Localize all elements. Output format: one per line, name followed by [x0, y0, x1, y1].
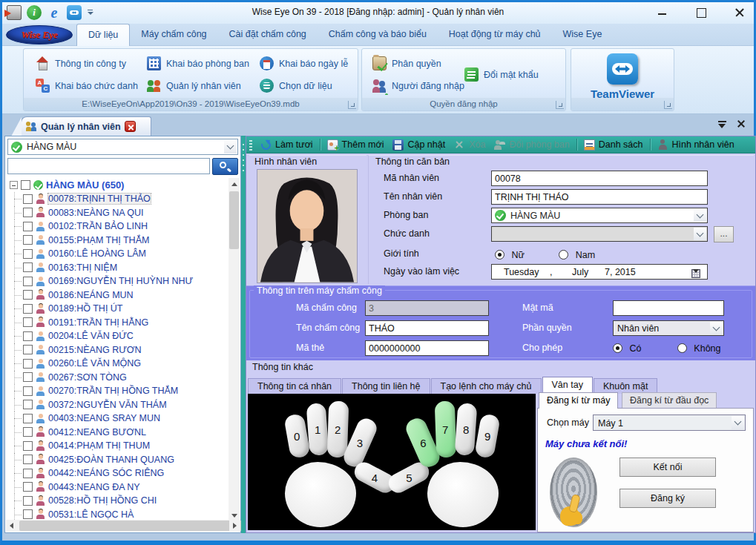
tree-item[interactable]: 00169:NGUYỄN THỊ HUỲNH NHƯ	[7, 274, 229, 288]
tab-face[interactable]: Khuôn mặt	[594, 378, 657, 394]
item-checkbox[interactable]	[23, 482, 33, 492]
item-checkbox[interactable]	[23, 496, 33, 506]
item-checkbox[interactable]	[23, 509, 33, 519]
chevron-down-icon[interactable]	[224, 140, 237, 153]
item-checkbox[interactable]	[23, 359, 33, 369]
finger-7[interactable]: 7	[435, 401, 457, 458]
add-new-button[interactable]: Thêm mới	[325, 138, 387, 152]
item-checkbox[interactable]	[23, 469, 33, 478]
department-combo[interactable]: HÀNG MÀU	[491, 208, 708, 223]
tab-close-icon[interactable]	[125, 121, 136, 132]
menu-tab-wise-eye[interactable]: Wise Eye	[552, 24, 614, 46]
dock-pin-icon[interactable]	[717, 121, 727, 130]
machine-combo[interactable]: Máy 1	[593, 414, 746, 431]
tab-server-command[interactable]: Tạo lệnh cho máy chủ	[431, 378, 542, 394]
tree-item[interactable]: 00083:NEÀNG NA QUI	[7, 206, 229, 220]
teamviewer-big-icon[interactable]	[607, 53, 638, 85]
tab-register-from-reader[interactable]: Đăng kí từ đầu đọc	[622, 392, 717, 409]
menu-tab-du-lieu[interactable]: Dữ liệu	[76, 24, 130, 46]
tree-horizontal-scrollbar[interactable]	[6, 520, 240, 532]
tree-item[interactable]: 00186:NEÁNG MUN	[7, 288, 229, 303]
change-password-button[interactable]: Đổi mật khẩu	[464, 67, 539, 82]
connect-button[interactable]: Kết nối	[619, 458, 716, 477]
item-checkbox[interactable]	[23, 290, 33, 300]
date-month[interactable]: July	[572, 267, 588, 277]
workspace-close-icon[interactable]	[736, 119, 746, 129]
job-title-button[interactable]: Khai báo chức danh	[36, 79, 138, 93]
tree-item[interactable]: 00442:NEÁNG SÓC RIÊNG	[7, 466, 229, 480]
item-checkbox[interactable]	[23, 194, 33, 204]
attendance-name-field[interactable]	[365, 320, 489, 336]
tab-quan-ly-nhan-vien[interactable]: Quản lý nhân viên	[21, 116, 151, 136]
tree-item[interactable]: 00403:NEANG SRAY MUN	[7, 412, 229, 426]
update-button[interactable]: Cập nhật	[390, 138, 447, 152]
date-weekday[interactable]: Tuesday	[504, 267, 539, 277]
scroll-right-button[interactable]	[229, 520, 240, 532]
chevron-down-icon[interactable]	[710, 322, 723, 334]
menu-tab-may-cham-cong[interactable]: Máy chấm công	[130, 24, 217, 46]
position-combo[interactable]	[491, 226, 708, 242]
item-checkbox[interactable]	[23, 249, 33, 259]
employee-photo-button[interactable]: Hình nhân viên	[655, 138, 737, 152]
item-checkbox[interactable]	[23, 304, 33, 314]
tab-personal-info[interactable]: Thông tin cá nhân	[248, 378, 341, 394]
gender-male-radio[interactable]	[559, 250, 568, 260]
chevron-down-icon[interactable]	[694, 228, 706, 240]
chevron-down-icon[interactable]	[732, 416, 744, 429]
tree-item[interactable]: 00155:PHẠM THỊ THẮM	[7, 234, 229, 248]
collapse-icon[interactable]	[10, 181, 18, 189]
calendar-dropdown-button[interactable]	[686, 267, 706, 278]
password-field[interactable]	[613, 300, 724, 316]
permission-combo[interactable]: Nhân viên	[613, 320, 724, 336]
item-checkbox[interactable]	[23, 317, 33, 327]
chevron-down-icon[interactable]	[694, 209, 706, 222]
item-checkbox[interactable]	[23, 441, 33, 451]
tree-vertical-scrollbar[interactable]	[229, 178, 240, 521]
item-checkbox[interactable]	[23, 222, 33, 231]
item-checkbox[interactable]	[23, 262, 33, 272]
search-button[interactable]	[212, 158, 238, 175]
department-declare-button[interactable]: Khai báo phòng ban	[147, 56, 249, 70]
tree-item[interactable]: 00528:HỒ THỊ HỒNG CHI	[7, 494, 229, 508]
tree-item[interactable]: 00412:NEANG BƯƠNL	[7, 426, 229, 440]
tree-item[interactable]: 00414:PHẠM THỊ THUM	[7, 439, 229, 453]
tree-item[interactable]: 00270:TRẦN THỊ HỒNG THẮM	[7, 384, 229, 398]
employee-name-field[interactable]	[491, 189, 708, 205]
change-department-button[interactable]: Đổi phòng ban	[492, 138, 571, 152]
tree-root[interactable]: HÀNG MÀU (650)	[7, 178, 229, 192]
tree-item[interactable]: 00160:LÊ HOÀNG LÂM	[7, 247, 229, 261]
company-info-button[interactable]: Thông tin công ty	[36, 56, 126, 70]
item-checkbox[interactable]	[23, 455, 33, 464]
tab-register-from-machine[interactable]: Đăng kí từ máy	[539, 392, 618, 409]
item-checkbox[interactable]	[23, 427, 33, 437]
tree-item[interactable]: 00372:NGUYỄN VĂN THÁM	[7, 398, 229, 412]
tree-item[interactable]: 00425:ĐOÀN THANH QUANG	[7, 453, 229, 467]
permission-button[interactable]: Phân quyền	[372, 56, 441, 70]
tree-item[interactable]: 00443:NEANG ĐA NY	[7, 480, 229, 495]
tree-item[interactable]: 00215:NÈANG RƯƠN	[7, 343, 229, 357]
refresh-button[interactable]: Làm tươi	[258, 138, 315, 152]
tree-item[interactable]: 00163:THỊ NIỆM	[7, 261, 229, 275]
item-checkbox[interactable]	[23, 277, 33, 286]
item-checkbox[interactable]	[23, 372, 33, 382]
tree-item[interactable]: 00267:SƠN TÒNG	[7, 371, 229, 385]
close-button[interactable]	[730, 4, 749, 21]
allowed-no-radio[interactable]	[677, 343, 687, 353]
dialog-launcher-icon[interactable]	[664, 101, 672, 109]
finger-8[interactable]: 8	[455, 403, 478, 456]
date-day-year[interactable]: 7, 2015	[605, 267, 636, 277]
finger-9[interactable]: 9	[474, 413, 501, 459]
root-checkbox[interactable]	[21, 180, 30, 190]
maximize-button[interactable]	[691, 4, 711, 21]
select-data-button[interactable]: Chọn dữ liệu	[260, 79, 332, 93]
menu-tab-cham-cong-bao-bieu[interactable]: Chấm công và báo biểu	[318, 24, 438, 46]
gender-female-radio[interactable]	[495, 250, 504, 260]
item-checkbox[interactable]	[23, 345, 33, 354]
holiday-declare-button[interactable]: Khai báo ngày lễ	[260, 56, 348, 70]
delete-button[interactable]: Xóa	[452, 138, 487, 152]
tab-contact-info[interactable]: Thông tin liên hệ	[342, 378, 430, 394]
tree-item[interactable]: 00189:HỒ THỊ ÚT	[7, 302, 229, 316]
dialog-launcher-icon[interactable]	[556, 101, 564, 109]
item-checkbox[interactable]	[23, 414, 33, 423]
item-checkbox[interactable]	[23, 208, 33, 217]
